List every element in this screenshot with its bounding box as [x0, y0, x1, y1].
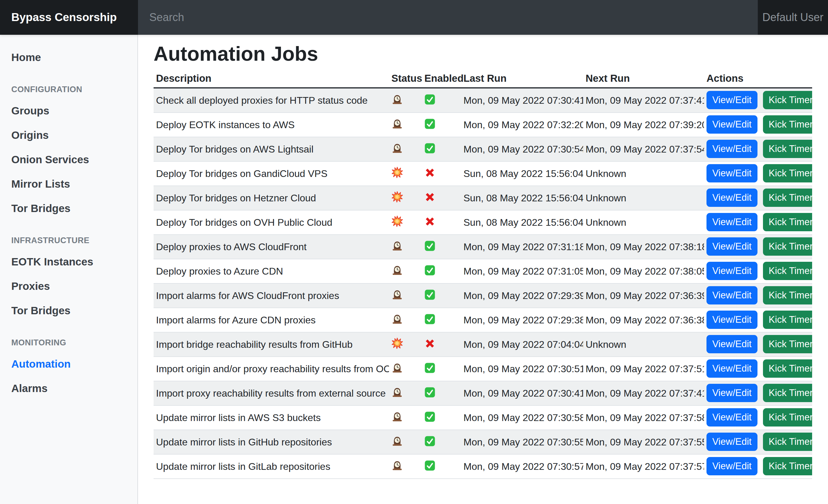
kick-timer-button[interactable]: Kick Timer [763, 359, 812, 378]
table-row: Deploy Tor bridges on GandiCloud VPS Sun… [154, 162, 812, 186]
search-input[interactable] [149, 11, 636, 24]
view-edit-button[interactable]: View/Edit [706, 189, 757, 207]
user-menu[interactable]: Default User [758, 0, 828, 35]
table-row: Update mirror lists in AWS S3 buckets Mo… [154, 406, 812, 430]
kick-timer-button[interactable]: Kick Timer [763, 408, 812, 426]
kick-timer-button[interactable]: Kick Timer [763, 335, 812, 353]
mantel-clock-icon [391, 411, 403, 425]
job-description: Deploy Tor bridges on OVH Public Cloud [154, 210, 389, 235]
view-edit-button[interactable]: View/Edit [706, 311, 757, 329]
job-next-run: Mon, 09 May 2022 07:37:57 [583, 454, 704, 479]
check-mark-icon [424, 459, 436, 474]
job-last-run: Mon, 09 May 2022 07:30:58 [461, 406, 583, 430]
job-next-run: Unknown [583, 210, 704, 235]
view-edit-button[interactable]: View/Edit [706, 384, 757, 402]
kick-timer-button[interactable]: Kick Timer [763, 189, 812, 207]
column-header-next-run: Next Run [583, 70, 704, 88]
view-edit-button[interactable]: View/Edit [706, 359, 757, 378]
sidebar-item-home[interactable]: Home [0, 45, 137, 70]
check-mark-icon [424, 264, 436, 279]
kick-timer-button[interactable]: Kick Timer [763, 213, 812, 231]
kick-timer-button[interactable]: Kick Timer [763, 262, 812, 280]
view-edit-button[interactable]: View/Edit [706, 286, 757, 305]
mantel-clock-icon [391, 435, 403, 450]
job-description: Check all deployed proxies for HTTP stat… [154, 88, 389, 112]
mantel-clock-icon [391, 93, 403, 108]
view-edit-button[interactable]: View/Edit [706, 164, 757, 182]
sidebar-section-configuration: CONFIGURATION [0, 81, 137, 98]
job-description: Import proxy reachability results from e… [154, 381, 389, 406]
sidebar-item-alarms[interactable]: Alarms [0, 376, 137, 401]
job-next-run: Mon, 09 May 2022 07:36:39 [583, 283, 704, 308]
view-edit-button[interactable]: View/Edit [706, 408, 757, 426]
job-last-run: Mon, 09 May 2022 07:29:39 [461, 283, 583, 308]
job-description: Update mirror lists in AWS S3 buckets [154, 406, 389, 430]
cross-mark-icon [424, 337, 436, 352]
cross-mark-icon [424, 191, 436, 205]
kick-timer-button[interactable]: Kick Timer [763, 91, 812, 109]
sidebar-item-automation[interactable]: Automation [0, 352, 137, 376]
job-next-run: Unknown [583, 186, 704, 210]
job-last-run: Mon, 09 May 2022 07:30:41 [461, 88, 583, 112]
table-row: Deploy Tor bridges on OVH Public Cloud S… [154, 210, 812, 235]
table-row: Check all deployed proxies for HTTP stat… [154, 88, 812, 112]
view-edit-button[interactable]: View/Edit [706, 335, 757, 353]
column-header-status: Status [389, 70, 422, 88]
sidebar-item-tor-bridges-infra[interactable]: Tor Bridges [0, 299, 137, 323]
sidebar-item-eotk-instances[interactable]: EOTK Instances [0, 249, 137, 274]
job-last-run: Sun, 08 May 2022 15:56:04 [461, 162, 583, 186]
kick-timer-button[interactable]: Kick Timer [763, 164, 812, 182]
cross-mark-icon [424, 167, 436, 181]
mantel-clock-icon [391, 142, 403, 157]
collision-icon [391, 191, 403, 205]
main-content: Automation Jobs Description Status Enabl… [138, 35, 828, 504]
check-mark-icon [424, 435, 436, 450]
sidebar-item-mirror-lists[interactable]: Mirror Lists [0, 172, 137, 196]
mantel-clock-icon [391, 362, 403, 376]
table-header-row: Description Status Enabled Last Run Next… [154, 70, 812, 88]
view-edit-button[interactable]: View/Edit [706, 262, 757, 280]
job-last-run: Mon, 09 May 2022 07:30:57 [461, 454, 583, 479]
mantel-clock-icon [391, 264, 403, 279]
jobs-table-body: Check all deployed proxies for HTTP stat… [154, 88, 812, 479]
view-edit-button[interactable]: View/Edit [706, 140, 757, 158]
table-row: Import alarms for AWS CloudFront proxies… [154, 283, 812, 308]
mantel-clock-icon [391, 459, 403, 474]
table-row: Import bridge reachability results from … [154, 332, 812, 357]
sidebar-item-proxies[interactable]: Proxies [0, 274, 137, 299]
sidebar-item-groups[interactable]: Groups [0, 98, 137, 123]
job-description: Deploy proxies to Azure CDN [154, 259, 389, 283]
view-edit-button[interactable]: View/Edit [706, 457, 757, 475]
kick-timer-button[interactable]: Kick Timer [763, 384, 812, 402]
job-next-run: Mon, 09 May 2022 07:37:41 [583, 88, 704, 112]
view-edit-button[interactable]: View/Edit [706, 115, 757, 134]
table-row: Deploy EOTK instances to AWS Mon, 09 May… [154, 112, 812, 137]
app-brand[interactable]: Bypass Censorship [0, 0, 138, 35]
sidebar-section-infrastructure: INFRASTRUCTURE [0, 232, 137, 249]
kick-timer-button[interactable]: Kick Timer [763, 140, 812, 158]
job-next-run: Mon, 09 May 2022 07:37:55 [583, 430, 704, 454]
page-title: Automation Jobs [154, 42, 812, 65]
view-edit-button[interactable]: View/Edit [706, 237, 757, 256]
kick-timer-button[interactable]: Kick Timer [763, 115, 812, 134]
kick-timer-button[interactable]: Kick Timer [763, 286, 812, 305]
mantel-clock-icon [391, 240, 403, 255]
job-last-run: Mon, 09 May 2022 07:29:38 [461, 308, 583, 332]
sidebar-item-tor-bridges-config[interactable]: Tor Bridges [0, 196, 137, 221]
view-edit-button[interactable]: View/Edit [706, 432, 757, 451]
job-last-run: Mon, 09 May 2022 07:32:20 [461, 112, 583, 137]
kick-timer-button[interactable]: Kick Timer [763, 237, 812, 256]
check-mark-icon [424, 411, 436, 425]
check-mark-icon [424, 289, 436, 303]
job-next-run: Mon, 09 May 2022 07:38:18 [583, 235, 704, 259]
sidebar-item-onion-services[interactable]: Onion Services [0, 147, 137, 172]
view-edit-button[interactable]: View/Edit [706, 213, 757, 231]
table-row: Update mirror lists in GitLab repositori… [154, 454, 812, 479]
job-next-run: Mon, 09 May 2022 07:38:05 [583, 259, 704, 283]
job-last-run: Mon, 09 May 2022 07:31:05 [461, 259, 583, 283]
kick-timer-button[interactable]: Kick Timer [763, 457, 812, 475]
view-edit-button[interactable]: View/Edit [706, 91, 757, 109]
kick-timer-button[interactable]: Kick Timer [763, 311, 812, 329]
kick-timer-button[interactable]: Kick Timer [763, 432, 812, 451]
sidebar-item-origins[interactable]: Origins [0, 123, 137, 147]
